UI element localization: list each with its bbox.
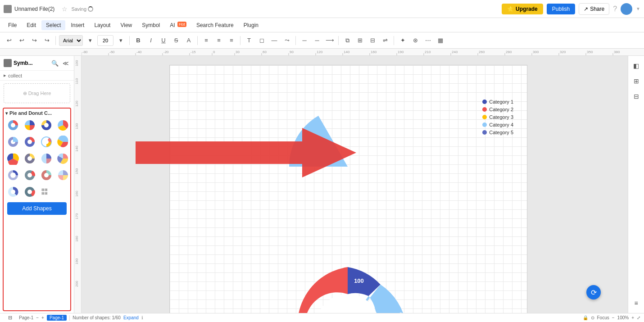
shape-item[interactable] — [22, 151, 37, 166]
shape-item[interactable] — [39, 168, 54, 183]
svg-text:350: 350 — [587, 50, 593, 54]
table-button[interactable]: ▦ — [435, 35, 446, 46]
effects-button[interactable]: ✦ — [397, 35, 408, 46]
symbol-panel-header[interactable]: ▾ Pie and Donut C... — [5, 110, 68, 116]
drag-zone[interactable]: ⊕ Drag Here — [4, 83, 70, 103]
upgrade-button[interactable]: ⭐ Upgrade — [502, 4, 543, 14]
menu-ai[interactable]: AI Hot — [165, 20, 191, 30]
page-label: Page-1 — [19, 315, 33, 320]
help-icon[interactable]: ? — [613, 5, 617, 13]
arrow-style-button[interactable]: ⟶ — [324, 35, 335, 46]
format-icon[interactable]: ⊞ — [630, 75, 643, 87]
favorite-icon[interactable]: ☆ — [62, 5, 68, 13]
svg-text:180: 180 — [75, 236, 79, 242]
menu-file[interactable]: File — [4, 20, 21, 30]
saving-spinner — [88, 6, 93, 12]
panel-toggle-icon[interactable]: ≡ — [630, 297, 643, 309]
add-shapes-button[interactable]: Add Shapes — [7, 202, 67, 215]
expand-label[interactable]: Expand — [123, 315, 139, 320]
text-button[interactable]: T — [244, 35, 254, 46]
svg-point-64 — [27, 190, 32, 194]
focus-icon[interactable]: ⊙ — [591, 315, 594, 320]
align-right-button[interactable]: ≡ — [226, 35, 237, 46]
shape-item[interactable] — [22, 134, 37, 150]
font-size-chevron-icon[interactable]: ▾ — [115, 35, 126, 46]
font-family-select[interactable]: Arial — [59, 35, 83, 46]
line-button[interactable]: — — [269, 35, 280, 46]
page-minus-button[interactable]: − — [36, 315, 39, 320]
filter-button[interactable]: ⊛ — [410, 35, 421, 46]
page-view-icon[interactable]: ⊟ — [4, 312, 16, 322]
menu-view[interactable]: View — [116, 20, 136, 30]
underline-button[interactable]: U — [158, 35, 169, 46]
collapse-icon[interactable]: ≪ — [61, 59, 70, 68]
search-icon[interactable]: 🔍 — [50, 59, 59, 68]
more-button[interactable]: ⋯ — [422, 35, 433, 46]
menu-search-feature[interactable]: Search Feature — [192, 20, 238, 30]
align-center-button[interactable]: ≡ — [213, 35, 224, 46]
shape-item[interactable] — [55, 134, 71, 150]
shape-item[interactable] — [5, 118, 21, 133]
float-action-button[interactable]: ⟳ — [586, 285, 601, 299]
grid-icon[interactable]: ⊟ — [630, 90, 643, 103]
shape-item[interactable] — [55, 168, 71, 183]
shape-item[interactable]: ⊞⊞⊞⊞ — [39, 184, 54, 200]
legend-label-5: Category 5 — [489, 130, 513, 135]
font-size-input[interactable] — [97, 35, 113, 46]
shape-item[interactable] — [39, 134, 54, 150]
align-left-button[interactable]: ≡ — [201, 35, 212, 46]
menu-symbol[interactable]: Symbol — [137, 20, 164, 30]
svg-text:160: 160 — [371, 50, 377, 54]
shape-item[interactable] — [5, 151, 21, 166]
line-style-button[interactable]: ─ — [299, 35, 310, 46]
fill-button[interactable]: ◻ — [256, 35, 267, 46]
page-plus-button[interactable]: + — [41, 315, 44, 320]
bold-button[interactable]: B — [133, 35, 144, 46]
arrange-button[interactable]: ⧉ — [342, 35, 353, 46]
share-button[interactable]: ↗ Share — [579, 3, 609, 15]
ungroup-button[interactable]: ⊟ — [367, 35, 378, 46]
connect-button[interactable]: ⤳ — [281, 35, 292, 46]
font-color-button[interactable]: A — [183, 35, 194, 46]
zoom-out-button[interactable]: − — [612, 315, 615, 320]
zoom-in-button[interactable]: + — [631, 315, 634, 320]
menu-select[interactable]: Select — [41, 20, 65, 30]
shape-item[interactable] — [22, 168, 37, 183]
undo-button[interactable]: ↩ — [4, 35, 14, 46]
sidebar-collect[interactable]: ▸ collect — [0, 71, 74, 81]
font-chevron-icon[interactable]: ▾ — [85, 35, 95, 46]
undo-alt-button[interactable]: ↩ — [16, 35, 27, 46]
shape-item[interactable] — [39, 118, 54, 133]
chevron-down-icon[interactable]: ▼ — [636, 6, 640, 11]
menu-insert[interactable]: Insert — [66, 20, 89, 30]
menu-edit[interactable]: Edit — [22, 20, 41, 30]
lock-icon[interactable]: 🔒 — [583, 315, 588, 320]
group-button[interactable]: ⊞ — [354, 35, 365, 46]
italic-button[interactable]: I — [145, 35, 156, 46]
panel-chevron-icon: ▾ — [5, 111, 8, 116]
shape-item[interactable] — [22, 184, 37, 200]
redo-button[interactable]: ↪ — [29, 35, 40, 46]
flip-button[interactable]: ⇌ — [380, 35, 390, 46]
strikethrough-button[interactable]: S — [171, 35, 181, 46]
vertical-ruler: 100 110 120 130 140 150 160 170 180 190 … — [74, 56, 82, 313]
shape-item[interactable] — [55, 151, 71, 166]
menu-plugin[interactable]: Plugin — [239, 20, 263, 30]
line-type-button[interactable]: ─ — [312, 35, 322, 46]
publish-button[interactable]: Publish — [547, 4, 575, 14]
canvas-area[interactable]: 100 220 120 150 180 Category 1 Category … — [82, 56, 628, 313]
fit-screen-button[interactable]: ⤢ — [637, 315, 640, 320]
shape-item[interactable] — [39, 151, 54, 166]
shape-item[interactable] — [5, 184, 21, 200]
info-icon[interactable]: ℹ — [141, 315, 143, 320]
shape-item[interactable] — [55, 118, 71, 133]
shape-item[interactable] — [5, 168, 21, 183]
menu-layout[interactable]: Layout — [90, 20, 115, 30]
redo-alt-button[interactable]: ↪ — [41, 35, 52, 46]
avatar[interactable] — [621, 3, 632, 15]
properties-icon[interactable]: ◧ — [630, 59, 643, 72]
right-panel: ◧ ⊞ ⊟ ≡ — [628, 56, 644, 313]
legend-item-1: Category 1 — [482, 99, 513, 104]
shape-item[interactable] — [5, 134, 21, 150]
shape-item[interactable] — [22, 118, 37, 133]
